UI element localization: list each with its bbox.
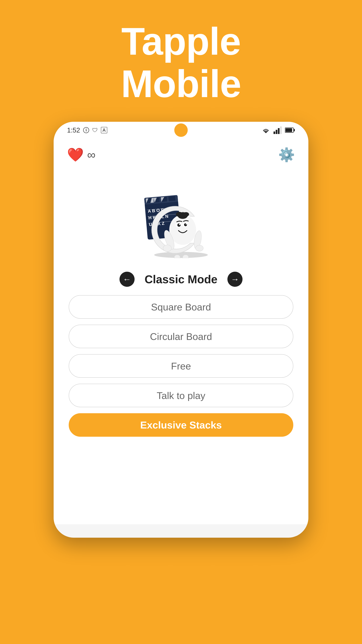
svg-point-28 [184,223,187,226]
talk-to-play-button[interactable]: Talk to play [69,384,293,407]
info-icon: ℹ [83,127,89,133]
next-mode-button[interactable]: → [227,272,243,287]
svg-point-35 [163,245,171,252]
svg-rect-3 [280,126,282,134]
svg-point-33 [183,212,189,216]
svg-point-30 [186,224,187,224]
infinity-value: ∞ [87,148,95,162]
settings-button[interactable]: ⚙️ [278,147,295,163]
svg-point-27 [177,224,181,227]
wifi-icon [261,126,271,134]
lives-container: ❤️ ∞ [67,147,95,163]
mode-selector: ← Classic Mode → [67,265,295,295]
svg-rect-1 [276,130,277,134]
battery-icon [285,127,295,133]
svg-point-32 [176,212,183,217]
exclusive-stacks-button[interactable]: Exclusive Stacks [69,413,293,437]
phone-notch [174,124,188,137]
signal-icon [274,126,282,134]
phone-content: ❤️ ∞ ⚙️ [54,138,308,524]
svg-rect-0 [274,132,275,134]
prev-mode-button[interactable]: ← [119,272,135,287]
prev-arrow-icon: ← [123,275,131,284]
heart-icon: ❤️ [67,147,84,163]
status-time: 1:52 [67,126,80,134]
square-board-button[interactable]: Square Board [69,295,293,319]
status-left: 1:52 ℹ 🛡 A [67,126,107,134]
status-bar: 1:52 ℹ 🛡 A [54,122,308,138]
svg-point-7 [154,252,208,258]
svg-point-29 [179,224,180,225]
svg-rect-2 [278,128,280,134]
menu-buttons: Square Board Circular Board Free Talk to… [67,295,295,437]
a-icon: A [101,127,107,133]
svg-rect-6 [285,128,292,132]
svg-rect-13 [168,196,175,201]
svg-rect-38 [174,255,180,258]
svg-point-37 [196,245,203,251]
free-button[interactable]: Free [69,354,293,378]
app-title: Tapple Mobile [121,20,241,105]
mascot-container: A B O E G H K K L N U U X Z [67,168,295,265]
mascot-svg: A B O E G H K K L N U U X Z [134,178,228,258]
shield-icon: 🛡 [92,127,98,134]
circular-board-button[interactable]: Circular Board [69,325,293,348]
mode-title: Classic Mode [145,273,218,286]
phone-header: ❤️ ∞ ⚙️ [67,138,295,168]
phone-frame: 1:52 ℹ 🛡 A [54,122,308,538]
status-right [261,126,295,134]
svg-rect-39 [183,255,189,258]
next-arrow-icon: → [231,275,239,284]
svg-rect-5 [294,129,295,131]
